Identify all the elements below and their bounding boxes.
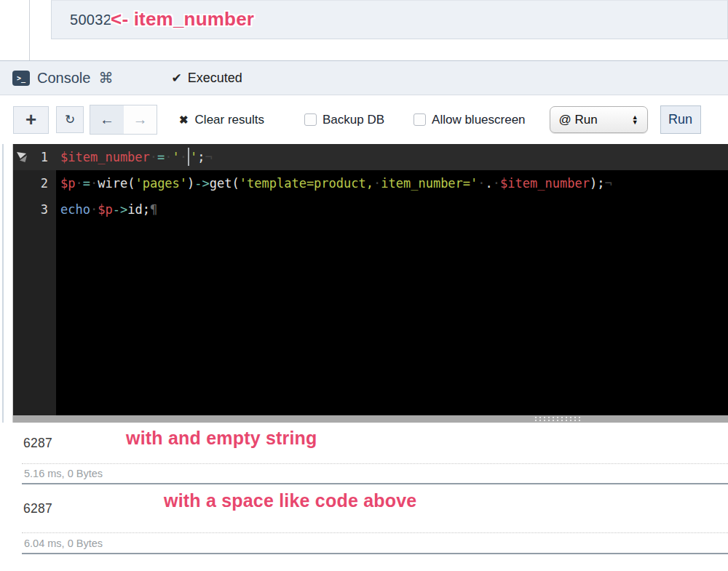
- backup-db-label: Backup DB: [323, 113, 384, 127]
- line-marker-icon: [16, 151, 28, 163]
- code-token: wire(: [98, 176, 135, 191]
- line-number: 3: [13, 196, 56, 223]
- select-arrows-icon: ▲▼: [632, 115, 638, 125]
- code-editor[interactable]: 1$item_number·=·'·';¬2$p·=·wire('pages')…: [13, 144, 728, 415]
- solid-divider: [22, 553, 728, 554]
- checkbox-icon[interactable]: [414, 113, 426, 126]
- gutter: [13, 223, 56, 415]
- code-token: ;: [197, 150, 205, 164]
- code-line: $p·=·wire('pages')->get('template=produc…: [56, 170, 728, 196]
- code-token: ): [187, 176, 194, 191]
- history-back-button[interactable]: ←: [90, 105, 124, 134]
- code-token: =: [83, 176, 90, 191]
- code-token: ->: [194, 176, 209, 191]
- code-token: );: [590, 176, 604, 191]
- code-token: ·: [373, 176, 381, 191]
- code-token: ·: [478, 176, 485, 191]
- code-token: ·: [75, 176, 82, 191]
- panel-title: Console: [37, 70, 90, 87]
- code-token: $item_number: [60, 150, 150, 164]
- execution-status: ✔ Executed: [171, 71, 242, 86]
- run-mode-value: @ Run: [559, 113, 598, 127]
- code-token: .: [486, 176, 493, 191]
- annotation-empty-string: with and empty string: [126, 428, 317, 449]
- code-token: $item_number: [500, 176, 590, 191]
- history-forward-button[interactable]: →: [124, 105, 157, 134]
- console-panel-header: >_ Console ⌘ ✔ Executed: [0, 60, 728, 95]
- dump-value: 50032: [70, 12, 111, 28]
- code-token: $p: [60, 176, 75, 191]
- code-token: ': [173, 150, 180, 164]
- code-line: echo·$p->id;¶: [56, 196, 728, 223]
- backup-db-checkbox[interactable]: Backup DB: [304, 113, 384, 127]
- run-mode-select[interactable]: @ Run ▲▼: [550, 106, 648, 133]
- result-meta: 6.04 ms, 0 Bytes: [22, 538, 103, 549]
- editor-empty-area: [13, 223, 728, 415]
- code-token: ': [190, 150, 197, 164]
- code-token: ·: [150, 150, 157, 164]
- line-number: 1: [13, 144, 56, 170]
- code-token: 'pages': [135, 176, 187, 191]
- editor-line: 2$p·=·wire('pages')->get('template=produ…: [13, 170, 728, 196]
- checkbox-icon[interactable]: [304, 113, 317, 126]
- code-token: 'template=product,: [240, 176, 373, 191]
- add-snippet-button[interactable]: +: [13, 106, 49, 134]
- panel-resize-handle[interactable]: [13, 415, 728, 423]
- clear-results-button[interactable]: ✖ Clear results: [179, 113, 264, 127]
- text-cursor: [188, 148, 189, 166]
- x-icon: ✖: [179, 113, 189, 127]
- code-token: =: [157, 150, 165, 164]
- code-token: ¶: [150, 202, 157, 217]
- code-token: ¬: [205, 150, 213, 164]
- results-area: 6287 5.16 ms, 0 Bytes 6287 6.04 ms, 0 By…: [0, 423, 728, 571]
- code-token: ·: [165, 150, 172, 164]
- history-nav-group: ← →: [90, 105, 157, 135]
- result-meta: 5.16 ms, 0 Bytes: [22, 468, 103, 479]
- code-line: $item_number·=·'·';¬: [56, 144, 728, 170]
- terminal-icon: >_: [12, 71, 30, 86]
- console-toolbar: + ↻ ← → ✖ Clear results Backup DB Allow …: [0, 95, 728, 144]
- resize-grip-icon: [535, 417, 583, 423]
- reload-button[interactable]: ↻: [56, 106, 84, 133]
- code-token: ·: [180, 150, 187, 164]
- code-token: $p: [98, 202, 112, 217]
- code-token: item_number=': [381, 176, 478, 191]
- allow-bluescreen-label: Allow bluescreen: [432, 113, 526, 127]
- editor-line: 1$item_number·=·'·';¬: [13, 144, 728, 170]
- code-token: ·: [90, 202, 98, 217]
- checkmark-icon: ✔: [171, 71, 181, 86]
- result-value: 6287: [22, 436, 52, 451]
- divider-vertical: [29, 0, 30, 61]
- code-token: get(: [210, 176, 240, 191]
- code-token: ·: [493, 176, 500, 191]
- clear-results-label: Clear results: [195, 113, 264, 127]
- code-token: id;: [127, 202, 150, 217]
- allow-bluescreen-checkbox[interactable]: Allow bluescreen: [414, 113, 526, 127]
- run-button[interactable]: Run: [660, 105, 701, 134]
- result-value: 6287: [22, 501, 52, 516]
- code-token: ·: [90, 176, 98, 191]
- code-token: ->: [113, 202, 127, 217]
- line-number: 2: [13, 170, 56, 196]
- editor-line: 3echo·$p->id;¶: [13, 196, 728, 223]
- code-token: ¬: [604, 176, 612, 191]
- status-text: Executed: [188, 71, 242, 86]
- annotation-item-number: <- item_number: [111, 8, 254, 31]
- annotation-space: with a space like code above: [164, 490, 416, 511]
- code-token: echo: [60, 202, 90, 217]
- command-key-icon: ⌘: [98, 69, 113, 87]
